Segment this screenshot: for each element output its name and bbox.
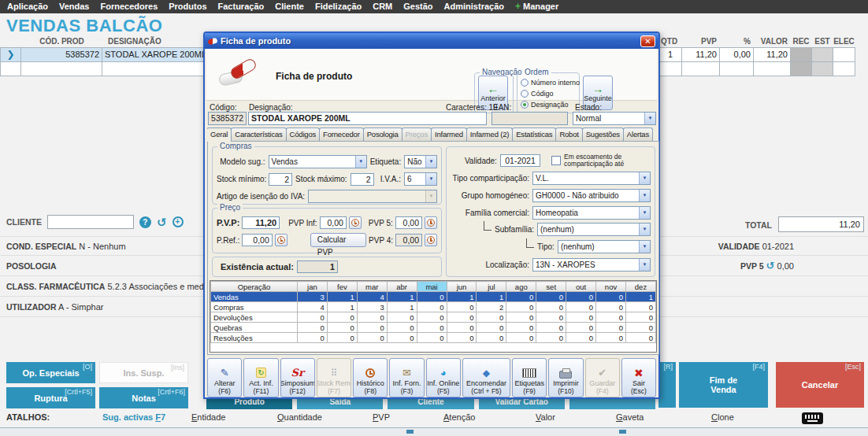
cancelar-button[interactable]: [Esc] Cancelar <box>776 362 864 408</box>
tipo-dropdown[interactable]: (nenhum)▼ <box>558 240 651 253</box>
calcular-pvp-button[interactable]: Calcular PVP <box>310 233 366 247</box>
modelo-sug-dropdown[interactable]: Vendas▼ <box>269 155 367 168</box>
stats-row-resolucoes[interactable]: Resoluções000000000000 <box>211 333 656 343</box>
ordem-option-designacao[interactable]: Designação <box>521 99 579 109</box>
op-especiais-button[interactable]: [O] Op. Especiais <box>6 362 95 383</box>
tab-caracteristicas[interactable]: Características <box>231 127 286 141</box>
fim-de-venda-button[interactable]: [F4] Fim de Venda <box>679 362 768 408</box>
iva-dropdown[interactable]: 6▼ <box>404 172 437 186</box>
grupo-homogeneo-dropdown[interactable]: GH0000 - Não atribuido▼ <box>532 189 651 202</box>
empty-row-elec-cell[interactable] <box>833 61 855 76</box>
empty-row-rec-cell[interactable] <box>790 61 812 76</box>
inf-forn-button[interactable]: ✉Inf. Forn.(F3) <box>389 358 424 397</box>
cell-valor[interactable]: 11,20 <box>753 47 791 62</box>
designacao-field[interactable]: STODAL XAROPE 200ML <box>248 112 487 125</box>
menu-item-crm[interactable]: CRM <box>367 0 398 13</box>
menu-item-vendas[interactable]: Vendas <box>54 0 95 13</box>
tab-posologia[interactable]: Posologia <box>363 127 402 141</box>
pvp-inf-clock-icon[interactable] <box>349 216 362 229</box>
act-inf-button[interactable]: ↻Act. Inf.(F11) <box>243 358 278 397</box>
menu-item-fidelizacao[interactable]: Fidelização <box>310 0 367 13</box>
dialog-titlebar[interactable]: Ficha de produto ✕ <box>205 33 658 49</box>
menu-item-administracao[interactable]: Administração <box>439 0 510 13</box>
empty-row-pvp-cell[interactable] <box>681 61 720 76</box>
atalho-valor[interactable]: Valor <box>536 412 555 422</box>
add-cliente-icon[interactable]: + <box>172 216 184 227</box>
cell-elec[interactable] <box>833 47 855 62</box>
etiqueta-dropdown[interactable]: Não▼ <box>404 155 437 168</box>
stats-row-compras[interactable]: Compras413100200000 <box>211 302 656 312</box>
imprimir-button[interactable]: Imprimir(F10) <box>548 358 583 397</box>
pvp4-clock-icon[interactable] <box>425 234 437 246</box>
atalho-clone[interactable]: Clone <box>711 412 734 422</box>
menu-item-gestao[interactable]: Gestão <box>398 0 438 13</box>
chevron-down-icon[interactable]: ▼ <box>639 172 650 184</box>
atalho-gaveta[interactable]: Gaveta <box>616 412 644 422</box>
receituario-button-fragment[interactable]: [R] <box>658 362 676 408</box>
ordem-option-numero-interno[interactable]: Número interno <box>521 77 579 87</box>
ins-susp-button[interactable]: [Ins] Ins. Susp. <box>99 362 188 383</box>
stock-maximo-field[interactable]: 2 <box>351 173 374 186</box>
stats-row-vendas[interactable]: Vendas314101100001 <box>211 292 656 302</box>
tab-fornecedor[interactable]: Fornecedor <box>319 127 364 141</box>
pvp5-dlg-field[interactable]: 0,00 <box>395 216 422 229</box>
close-icon[interactable]: ✕ <box>640 35 655 47</box>
pvp5-history-icon[interactable]: ↺ <box>766 260 775 272</box>
tab-alertas[interactable]: Alertas <box>623 127 653 141</box>
cell-rec[interactable] <box>790 47 812 62</box>
cell-est[interactable] <box>811 47 833 62</box>
codigo-field[interactable]: 5385372 <box>208 112 247 125</box>
tab-geral[interactable]: Geral <box>207 127 232 142</box>
tab-codigos[interactable]: Códigos <box>286 127 320 141</box>
ruptura-button[interactable]: [Crtl+F5] Ruptura <box>6 387 95 408</box>
chevron-down-icon[interactable]: ▼ <box>639 224 650 235</box>
tab-sugestoes[interactable]: Sugestões <box>582 127 624 141</box>
radio-icon[interactable] <box>521 101 529 109</box>
notas-button[interactable]: [Crtl+F6] Notas <box>99 387 188 408</box>
tab-infarmed-2[interactable]: Infarmed (2) <box>466 127 513 141</box>
subfamilia-dropdown[interactable]: (nenhum)▼ <box>537 223 651 236</box>
total-field[interactable]: 11,20 <box>778 216 864 232</box>
sair-button[interactable]: ✖Sair(Esc) <box>621 358 656 397</box>
menu-item-manager[interactable]: +Manager <box>510 0 564 13</box>
chevron-down-icon[interactable]: ▼ <box>639 259 650 271</box>
empty-row-arrow-cell[interactable] <box>0 61 21 76</box>
escoamento-checkbox[interactable] <box>551 156 561 165</box>
chevron-down-icon[interactable]: ▼ <box>355 156 366 168</box>
pvp5-clock-icon[interactable] <box>425 216 437 229</box>
cell-desc[interactable]: 0,00 <box>719 47 754 62</box>
inf-online-button[interactable]: ◕Inf. Online(F5) <box>426 358 461 397</box>
etiquetas-button[interactable]: Etiquetas(F9) <box>512 358 547 397</box>
empty-row-cod-cell[interactable] <box>20 61 102 76</box>
menu-item-produtos[interactable]: Produtos <box>163 0 212 13</box>
keyboard-icon[interactable] <box>802 412 823 424</box>
empty-row-valor-cell[interactable] <box>753 61 791 76</box>
chevron-down-icon[interactable]: ▼ <box>425 156 436 168</box>
chevron-down-icon[interactable]: ▼ <box>644 113 655 124</box>
pref-clock-icon[interactable] <box>275 234 287 246</box>
cell-cod-prod[interactable]: 5385372 <box>20 47 102 62</box>
history-icon[interactable]: ↺ <box>157 216 167 228</box>
chevron-down-icon[interactable]: ▼ <box>639 190 650 201</box>
atalho-atencao[interactable]: Atenção <box>443 412 475 422</box>
localizacao-dropdown[interactable]: 13N - XAROPES▼ <box>532 258 651 272</box>
ean-field[interactable] <box>491 112 568 125</box>
alterar-button[interactable]: ✎Alterar(F6) <box>207 358 242 397</box>
cell-pvp[interactable]: 11,20 <box>681 47 720 62</box>
empty-row-qtd-cell[interactable] <box>658 61 682 76</box>
stats-row-quebras[interactable]: Quebras000000000000 <box>211 323 656 333</box>
chevron-down-icon[interactable]: ▼ <box>425 173 436 185</box>
radio-icon[interactable] <box>521 79 529 87</box>
empty-row-desc-cell[interactable] <box>719 61 754 76</box>
estado-dropdown[interactable]: Normal ▼ <box>573 112 656 125</box>
pref-field[interactable]: 0,00 <box>242 234 272 246</box>
tab-estatisticas[interactable]: Estatísticas <box>512 127 556 141</box>
atalho-entidade[interactable]: Entidade <box>191 412 225 422</box>
chevron-down-icon[interactable]: ▼ <box>639 241 650 253</box>
help-icon[interactable]: ? <box>139 216 151 228</box>
familia-comercial-dropdown[interactable]: Homeopatia▼ <box>532 206 651 220</box>
pvp-inf-field[interactable]: 0,00 <box>320 216 347 229</box>
historico-button[interactable]: Histórico(F8) <box>353 358 388 397</box>
atalho-sug-activas[interactable]: Sug. activas F7 <box>102 412 165 422</box>
tab-precos[interactable]: Preços <box>402 127 432 141</box>
